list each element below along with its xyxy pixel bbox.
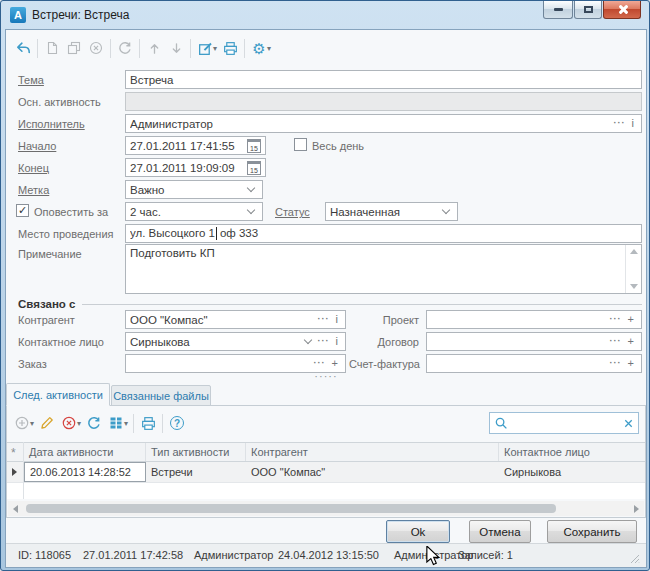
add-button[interactable]: + — [625, 336, 637, 347]
client-area: ▾ ⚙ ▾ Тема Встреча Осн. активность Испол… — [5, 29, 647, 568]
search-input[interactable] — [509, 416, 623, 430]
edit-pencil-icon[interactable] — [36, 411, 58, 435]
chevron-down-icon[interactable] — [247, 185, 256, 194]
mesto-field[interactable]: ул. Высоцкого 1оф 333 — [125, 224, 642, 243]
new-document-icon[interactable] — [41, 36, 63, 60]
status-label[interactable]: Статус — [275, 206, 310, 218]
add-button[interactable]: + — [329, 358, 341, 369]
column-header[interactable]: Контактное лицо — [499, 443, 645, 461]
tab-sled-aktivnosti[interactable]: След. активности — [6, 383, 110, 406]
close-icon — [617, 4, 628, 15]
info-button[interactable]: i — [333, 314, 341, 325]
cancel-icon[interactable] — [85, 36, 107, 60]
lookup-button[interactable]: ··· — [311, 359, 329, 368]
column-header[interactable]: Тип активности — [146, 443, 246, 461]
proekt-field[interactable]: ··· + — [426, 310, 642, 329]
ispolnitel-label[interactable]: Исполнитель — [18, 118, 85, 130]
tema-label[interactable]: Тема — [18, 74, 44, 86]
ok-button[interactable]: Ok — [386, 520, 450, 543]
view-dropdown-icon[interactable]: ▾ — [124, 419, 128, 428]
move-down-icon[interactable] — [165, 36, 187, 60]
osn-aktivnost-label: Осн. активность — [18, 96, 101, 108]
metka-combobox[interactable]: Важно — [125, 180, 263, 199]
primechanie-textarea[interactable]: Подготовить КП — [125, 244, 642, 294]
tema-field[interactable]: Встреча — [125, 70, 642, 89]
column-header[interactable]: Контрагент — [246, 443, 499, 461]
search-box[interactable] — [489, 412, 639, 434]
resize-grip[interactable] — [630, 554, 640, 564]
cell-type[interactable]: Встречи — [146, 462, 246, 482]
kontragent-field[interactable]: ООО "Компас" ··· i — [125, 310, 346, 329]
opovestit-checkbox[interactable]: ✓ — [16, 204, 29, 217]
cancel-button[interactable]: Отмена — [469, 520, 531, 543]
lookup-button[interactable]: ··· — [607, 337, 625, 346]
edit-dropdown-icon[interactable]: ▾ — [213, 44, 217, 53]
tab-svyazannye-faily[interactable]: Связанные файлы — [111, 385, 211, 406]
move-up-icon[interactable] — [143, 36, 165, 60]
minimize-button[interactable] — [543, 1, 573, 19]
cell-contragent[interactable]: ООО "Компас" — [246, 462, 499, 482]
scroll-left-icon[interactable] — [13, 505, 18, 513]
primechanie-label: Примечание — [18, 248, 82, 260]
konec-label[interactable]: Конец — [18, 162, 49, 174]
ves-den-checkbox[interactable] — [294, 138, 307, 151]
konec-field[interactable]: 27.01.2011 19:09:09 15 — [125, 158, 266, 177]
copy-icon[interactable] — [63, 36, 85, 60]
lookup-button[interactable]: ··· — [315, 337, 333, 346]
nachalo-label[interactable]: Начало — [18, 140, 56, 152]
group-divider — [82, 304, 642, 305]
ves-den-label[interactable]: Весь день — [312, 140, 364, 152]
metka-label[interactable]: Метка — [18, 184, 49, 196]
refresh-icon[interactable] — [114, 36, 136, 60]
scroll-down-icon[interactable] — [630, 284, 638, 289]
delete-dropdown-icon[interactable]: ▾ — [77, 419, 81, 428]
nachalo-field[interactable]: 27.01.2011 17:41:55 15 — [125, 136, 266, 155]
cell-date[interactable]: 20.06.2013 14:28:52 — [24, 462, 146, 482]
chevron-down-icon[interactable] — [247, 207, 256, 216]
opovestit-label[interactable]: Оповестить за — [34, 206, 108, 218]
help-icon[interactable]: ? — [166, 411, 188, 435]
horizontal-scrollbar[interactable] — [8, 501, 644, 516]
refresh-icon[interactable] — [83, 411, 105, 435]
proekt-label: Проект — [349, 314, 419, 326]
opovestit-combobox[interactable]: 2 час. — [125, 202, 263, 221]
table-row[interactable]: 20.06.2013 14:28:52 Встречи ООО "Компас"… — [7, 462, 645, 483]
print-icon[interactable] — [219, 36, 241, 60]
info-button[interactable]: i — [629, 118, 637, 129]
lookup-button[interactable]: ··· — [315, 315, 333, 324]
chevron-down-icon[interactable] — [442, 207, 451, 216]
settings-dropdown-icon[interactable]: ▾ — [267, 44, 271, 53]
column-options-icon[interactable]: * — [11, 446, 16, 460]
lookup-button[interactable]: ··· — [611, 119, 629, 128]
clear-search-icon[interactable] — [623, 418, 634, 429]
lookup-button[interactable]: ··· — [607, 315, 625, 324]
maximize-button[interactable] — [574, 1, 602, 19]
scrollbar-thumb[interactable] — [26, 504, 556, 513]
created-datetime: 27.01.2011 17:42:58 — [83, 549, 183, 561]
lookup-button[interactable]: ··· — [607, 359, 625, 368]
save-button[interactable]: Сохранить — [547, 520, 637, 543]
dogovor-field[interactable]: ··· + — [426, 332, 642, 351]
calendar-icon[interactable]: 15 — [247, 139, 261, 153]
calendar-icon[interactable]: 15 — [247, 161, 261, 175]
status-combobox[interactable]: Назначенная — [325, 202, 458, 221]
back-icon[interactable] — [12, 36, 34, 60]
ispolnitel-field[interactable]: Администратор ··· i — [125, 114, 642, 133]
print-icon[interactable] — [137, 411, 159, 435]
textarea-scrollbar[interactable] — [625, 245, 641, 293]
add-dropdown-icon[interactable]: ▾ — [30, 419, 34, 428]
grid-toolbar: ▾ ▾ ▾ ? — [11, 408, 188, 438]
info-button[interactable]: i — [333, 336, 341, 347]
add-button[interactable]: + — [625, 358, 637, 369]
column-header[interactable]: Дата активности — [24, 443, 146, 461]
scroll-right-icon[interactable] — [634, 505, 639, 513]
kontakt-field[interactable]: Сирныкова ··· i — [125, 332, 346, 351]
add-button[interactable]: + — [625, 314, 637, 325]
maximize-icon — [584, 6, 593, 13]
cell-contact[interactable]: Сирныкова — [499, 462, 645, 482]
close-button[interactable] — [603, 1, 641, 19]
toolbar-separator — [110, 39, 111, 58]
splitter-handle[interactable]: ····· — [6, 370, 646, 382]
chevron-down-icon[interactable] — [304, 337, 313, 346]
scroll-up-icon[interactable] — [630, 249, 638, 254]
